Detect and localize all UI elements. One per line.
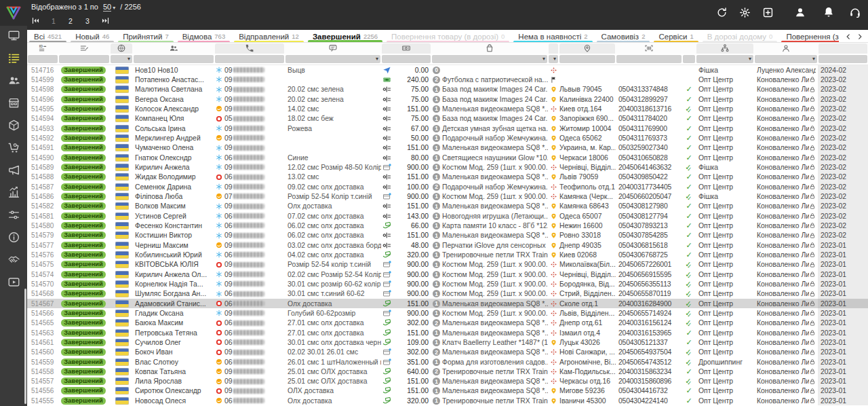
gear-icon[interactable] <box>739 7 751 18</box>
order-row[interactable]: 514587ЗавершенийСеменюк Дарина0909.02 см… <box>27 182 868 191</box>
chevron-left-icon[interactable] <box>845 33 852 40</box>
column-header-payment[interactable] <box>381 43 431 54</box>
order-row[interactable]: 514576ЗавершенийКобилинський Юрий0604.02… <box>27 250 868 259</box>
order-row[interactable]: 514595ЗавершенийКолосок Александр0914.02… <box>27 104 868 113</box>
column-header-phone[interactable] <box>214 43 285 54</box>
sidebar-item-info[interactable] <box>0 227 27 250</box>
status-tab-3[interactable]: Відмова763 <box>176 30 232 43</box>
order-row[interactable]: 514559ЗавершенийВлас Слотюу0626.01 смс 1… <box>27 357 868 367</box>
first-page-button[interactable] <box>31 16 40 25</box>
order-row[interactable]: 514591ЗавершенийЧумаченко Олена09151.001… <box>27 143 868 153</box>
filter-comment[interactable]: ▾ <box>285 55 380 63</box>
order-row[interactable]: 514580ЗавершенийФесенко Константин0606.0… <box>27 221 868 230</box>
order-row[interactable]: 514592ЗавершенийМерклингер Андрей0950.00… <box>27 133 868 143</box>
sidebar-item-sliders[interactable] <box>0 205 27 227</box>
column-header-pin[interactable] <box>548 43 559 54</box>
bell-icon[interactable] <box>823 6 835 18</box>
status-tab-6[interactable]: Повернення товару (в дорозі)0 <box>384 30 511 43</box>
column-header-products[interactable] <box>431 43 548 54</box>
order-row[interactable]: 514556ЗавершенийСиротюк Олександр09ОЛХ д… <box>27 386 868 396</box>
order-row[interactable]: 514596ЗавершенийВегера Оксана0920.02 смс… <box>27 94 868 104</box>
headset-icon[interactable] <box>849 6 861 18</box>
sidebar-item-reports[interactable] <box>0 183 27 205</box>
order-row[interactable]: 514568ЗавершенийШумляс Богдана Ан...0630… <box>27 289 868 299</box>
sidebar-item-video[interactable] <box>0 272 27 295</box>
column-header-date[interactable] <box>818 43 868 54</box>
page-3[interactable]: 3 <box>84 17 91 25</box>
filter-user[interactable]: ▾ <box>755 55 817 63</box>
filter-customer[interactable] <box>134 55 214 63</box>
order-row[interactable]: 514598ЗавершенийМалютина Светлана0920.02… <box>27 85 868 94</box>
filter-phone[interactable] <box>215 55 284 63</box>
order-row[interactable]: 514560ЗавершенийБокоч Иван0902.02 30.01 … <box>27 348 868 357</box>
filter-country[interactable]: ▾ <box>111 55 132 63</box>
order-row[interactable]: 514563ЗавершенийПетровська Тетяна0627.01… <box>27 328 868 337</box>
order-row[interactable]: 514570ЗавершенийКорнелюк Надія Та...0930… <box>27 279 868 289</box>
status-tab-10[interactable]: В дорозі додому0 <box>701 30 780 43</box>
filter-city[interactable] <box>559 55 615 63</box>
order-row[interactable]: 514575ЗавершенийКВІТОВСЬКА ЮЛІЯ09Розмір … <box>27 260 868 270</box>
status-tab-5[interactable]: Завершений2256 <box>306 30 384 43</box>
filter-status[interactable] <box>59 55 109 63</box>
filter-id[interactable] <box>28 55 58 63</box>
page-2[interactable]: 2 <box>67 17 74 25</box>
page-1[interactable]: 1 <box>50 17 57 25</box>
order-row[interactable]: 514588ЗавершенийЖидак Володимир0613.02 с… <box>27 172 868 182</box>
column-header-customer[interactable] <box>133 43 214 54</box>
order-row[interactable]: 514566ЗавершенийГладик Оксана09Голубий 6… <box>27 308 868 318</box>
app-logo[interactable] <box>0 0 27 26</box>
filter-manager[interactable]: ▾ <box>696 55 753 63</box>
sidebar-item-partners[interactable] <box>0 250 27 272</box>
filter-date[interactable] <box>818 55 867 63</box>
status-tab-8[interactable]: Самовивіз2 <box>595 30 652 43</box>
column-header-ttn[interactable] <box>616 43 682 54</box>
column-header-country[interactable] <box>110 43 133 54</box>
order-row[interactable]: 514590ЗавершенийГнатюк Олексндр06Синие80… <box>27 153 868 162</box>
sidebar-item-purchases[interactable] <box>0 138 27 160</box>
tabs-scroll-arrows[interactable] <box>839 30 868 43</box>
column-header-status[interactable] <box>58 43 110 54</box>
refresh-icon[interactable] <box>716 7 728 18</box>
order-row[interactable]: 514716ЗавершенийНов10 Нов1009Выцв0.000Фі… <box>27 65 868 75</box>
order-row[interactable]: 514558ЗавершенийКовпак Татьяна0925.01 см… <box>27 367 868 376</box>
status-tab-2[interactable]: Прийнятий7 <box>116 30 176 43</box>
filter-check[interactable] <box>683 55 695 63</box>
status-tab-9[interactable]: Сервіси1 <box>652 30 700 43</box>
sidebar-item-dashboard[interactable] <box>0 26 27 48</box>
filter-pin[interactable]: ▾ <box>549 55 558 63</box>
order-row[interactable]: 514586ЗавершенийФіліпова Люба07Розмір 52… <box>27 191 868 201</box>
order-row[interactable]: 514574ЗавершенийКирилич Анжела Ол...0902… <box>27 270 868 279</box>
per-page-select[interactable]: 50▾ <box>103 3 115 11</box>
order-row[interactable]: 514594ЗавершенийКомпанец Юля0518.02 смс … <box>27 114 868 124</box>
order-row[interactable]: 514599ЗавершенийПотапенко Анастас...0924… <box>27 75 868 84</box>
order-row[interactable]: 514579ЗавершенийКостишин Виктор0906.02 с… <box>27 231 868 240</box>
order-row[interactable]: 514561ЗавершенийСучилов Олег0630.01 смс … <box>27 337 868 347</box>
avatar-icon[interactable] <box>794 6 806 18</box>
column-header-user[interactable] <box>754 43 818 54</box>
filter-products[interactable]: ▾ <box>432 55 547 63</box>
order-row[interactable]: 514589ЗавершенийКирилич Анжела0912.02 см… <box>27 162 868 172</box>
sidebar-item-store[interactable] <box>0 93 27 115</box>
sidebar-item-marketing[interactable] <box>0 160 27 183</box>
column-header-city[interactable] <box>559 43 616 54</box>
status-tab-7[interactable]: Нема в наявності2 <box>511 30 594 43</box>
sidebar-scrollbar[interactable] <box>24 289 26 404</box>
filter-payment[interactable] <box>382 55 431 63</box>
order-row[interactable]: 514582ЗавершенийВолков Максим09Олх доста… <box>27 202 868 211</box>
sidebar-item-orders[interactable] <box>0 48 27 71</box>
filter-ttn[interactable] <box>616 55 682 63</box>
order-row[interactable]: 514555ЗавершенийНовосад Олеся06Олх доста… <box>27 396 868 405</box>
last-page-button[interactable] <box>101 16 110 25</box>
status-tab-0[interactable]: Всі4521 <box>27 30 68 43</box>
order-row[interactable]: 514567ЗавершенийАдамовский Станис...06Ол… <box>27 299 868 308</box>
column-header-check[interactable] <box>682 43 696 54</box>
sidebar-item-products[interactable] <box>0 115 27 138</box>
order-row[interactable]: 514557ЗавершенийЛила Ярослав0925.01 смс … <box>27 377 868 386</box>
sidebar-item-clients[interactable] <box>0 71 27 93</box>
status-tab-1[interactable]: Новый46 <box>68 30 116 43</box>
chevron-right-icon[interactable] <box>856 33 863 40</box>
order-row[interactable]: 514581ЗавершенийУстинов Сергей0607.02 см… <box>27 211 868 221</box>
column-header-id[interactable]: ID <box>27 43 58 54</box>
order-row[interactable]: 514565ЗавершенийБаюка Максим0627.01 смс … <box>27 318 868 328</box>
add-icon[interactable] <box>762 7 774 18</box>
